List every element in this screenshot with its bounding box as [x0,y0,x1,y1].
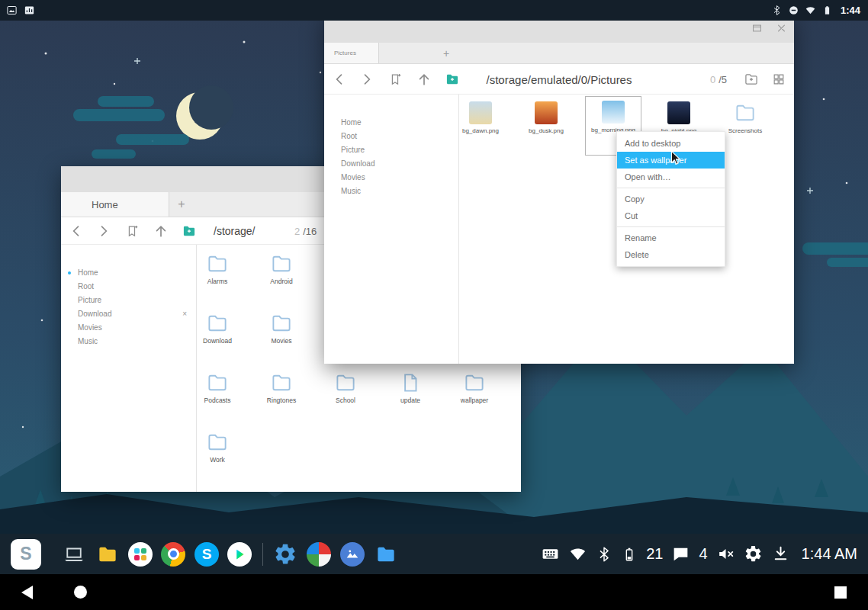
bluetooth-icon[interactable] [596,546,612,563]
sidebar-item-download[interactable]: Download [324,157,458,171]
folder-icon [270,312,293,335]
sidebar-item-picture[interactable]: Picture [324,143,458,157]
gallery-logo [340,542,365,567]
file-item-alarms[interactable]: Alarms [197,248,246,307]
new-folder-outline-icon[interactable] [744,72,759,87]
folder-icon [206,252,229,275]
volume-muted-icon[interactable] [716,544,735,563]
image-thumbnail [469,101,492,124]
filemanager-app-icon[interactable] [373,541,399,567]
screenshot-icon[interactable] [6,5,18,16]
settings-icon[interactable] [744,544,763,563]
close-window-icon[interactable] [775,22,788,35]
sidebar-item-movies[interactable]: Movies [324,171,458,185]
front-file-area[interactable]: bg_dawn.png bg_dusk.png bg_morning.png b… [459,95,794,364]
nav-back-button[interactable] [21,586,33,599]
file-item-ringtones[interactable]: Ringtones [253,367,310,426]
path-text[interactable]: /storage/ [214,225,255,237]
sidebar-item-picture[interactable]: Picture [61,294,196,307]
menu-item-delete[interactable]: Delete [617,246,725,263]
new-tab-button[interactable]: + [175,192,188,217]
menu-item-cut[interactable]: Cut [617,207,725,224]
wifi-icon[interactable] [568,544,587,563]
file-item-bg-dawn[interactable]: bg_dawn.png [459,97,509,156]
up-directory-icon[interactable] [416,72,432,87]
dnd-icon[interactable] [788,5,799,16]
tab-pictures[interactable]: Pictures [324,43,379,63]
file-item-bg-dusk[interactable]: bg_dusk.png [518,97,574,156]
updates-icon[interactable] [771,544,790,563]
file-item-work[interactable]: Work [197,426,246,486]
file-item-screenshots[interactable]: Screenshots [717,97,773,156]
bluetooth-icon[interactable] [771,5,783,16]
taskbar-clock[interactable]: 1:44 AM [802,545,857,563]
file-item-movies[interactable]: Movies [253,307,310,367]
folder-icon [270,252,293,275]
current-location-dot [68,271,71,274]
forward-nav-icon[interactable] [96,223,111,239]
file-item-update[interactable]: update [382,367,439,426]
bookmark-add-icon[interactable] [125,223,140,239]
new-folder-icon[interactable] [182,223,197,239]
forward-nav-icon[interactable] [359,72,375,87]
gallery-app-icon[interactable] [339,541,365,567]
chrome-app-icon[interactable] [160,541,186,567]
navigation-bar [0,574,868,610]
file-item-android[interactable]: Android [253,248,310,307]
file-manager-window-pictures[interactable]: Pictures + /storage/emulated/0/Pictures … [324,14,794,364]
keyboard-icon[interactable] [541,544,560,563]
up-directory-icon[interactable] [153,223,169,239]
nav-home-button[interactable] [74,586,87,599]
bookmark-add-icon[interactable] [388,72,403,87]
nav-recents-button[interactable] [834,586,847,599]
sidebar-item-root[interactable]: Root [324,130,458,143]
notification-count: 4 [699,545,707,563]
pinwheel-app-icon[interactable] [306,541,332,567]
terminal-app-icon[interactable] [61,541,87,567]
wifi-icon[interactable] [805,5,816,16]
skype-app-icon[interactable]: S [194,541,220,567]
sidebar-item-movies[interactable]: Movies [61,321,196,335]
selection-count: 2/16 [294,225,317,236]
path-text[interactable]: /storage/emulated/0/Pictures [487,72,632,85]
folder-icon [334,371,357,394]
remove-bookmark-icon[interactable]: × [182,307,187,321]
restore-window-icon[interactable] [751,22,764,35]
back-nav-icon[interactable] [69,223,84,239]
files-app-icon[interactable] [95,541,121,567]
menu-item-copy[interactable]: Copy [617,191,725,207]
sidebar-item-home[interactable]: Home [324,116,458,130]
back-nav-icon[interactable] [332,72,347,87]
file-item-podcasts[interactable]: Podcasts [197,367,246,426]
app-drawer-button[interactable]: S [11,539,41,570]
sidebar-item-root[interactable]: Root [61,280,196,294]
battery-icon[interactable] [821,5,833,16]
new-tab-button[interactable]: + [440,43,452,63]
play-store-app-icon[interactable] [227,542,252,567]
file-item-wallpaper[interactable]: wallpaper [446,367,503,426]
menu-item-open-with[interactable]: Open with… [617,169,725,185]
slack-app-icon[interactable] [128,542,153,567]
sidebar-item-music[interactable]: Music [61,335,196,348]
settings-app-icon[interactable] [272,541,298,567]
sidebar-item-music[interactable]: Music [324,185,458,198]
menu-divider [617,226,725,227]
stats-icon[interactable] [24,5,35,16]
sidebar-item-download[interactable]: Download× [61,307,196,321]
file-item-school[interactable]: School [317,367,374,426]
tab-label: Pictures [334,50,356,56]
battery-percent: 21 [646,545,663,563]
mouse-cursor-icon [667,149,683,166]
folder-icon [270,371,293,394]
skype-logo: S [194,542,219,567]
sidebar-item-home[interactable]: Home [61,266,196,280]
notifications-icon[interactable] [671,544,690,563]
grid-view-icon[interactable] [771,72,786,87]
menu-item-rename[interactable]: Rename [617,230,725,246]
tab-home[interactable]: Home [61,192,169,217]
folder-icon [206,371,229,394]
new-folder-icon[interactable] [445,72,460,87]
battery-icon[interactable] [621,546,638,563]
file-item-download[interactable]: Download [197,307,246,367]
status-bar[interactable]: 1:44 [0,0,868,21]
